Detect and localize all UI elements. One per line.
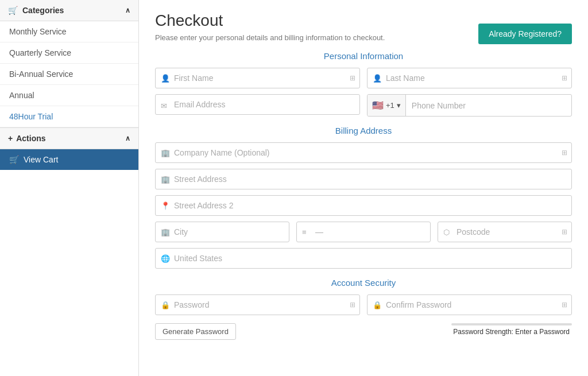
state-select[interactable]: —: [296, 222, 431, 242]
building2-icon: 🏢: [161, 175, 170, 184]
city-input[interactable]: [155, 222, 289, 242]
phone-country-code: +1: [386, 101, 394, 110]
person-icon: 👤: [161, 74, 170, 83]
company-field: 🏢 ⊞: [155, 142, 572, 163]
city-field: 🏢: [155, 222, 289, 242]
account-security-title: Account Security: [155, 278, 572, 288]
phone-dropdown-arrow[interactable]: ▾: [397, 101, 401, 110]
main-content: Checkout Please enter your personal deta…: [139, 0, 588, 376]
personal-info-title: Personal Information: [155, 51, 572, 61]
categories-chevron: ∧: [125, 6, 130, 14]
email-icon: ✉: [161, 101, 167, 110]
postcode-icon: ⬡: [443, 228, 450, 237]
name-row: 👤 ⊞ 👤 ⊞: [155, 68, 572, 88]
phone-prefix[interactable]: 🇺🇸 +1 ▾: [368, 95, 406, 116]
us-flag-icon: 🇺🇸: [372, 100, 384, 111]
postcode-field: ⬡ ⊞: [438, 222, 572, 242]
actions-label: Actions: [16, 134, 45, 143]
street1-input[interactable]: [155, 169, 572, 189]
sidebar: 🛒 Categories ∧ Monthly Service Quarterly…: [0, 0, 139, 376]
phone-field: 🇺🇸 +1 ▾: [367, 94, 572, 117]
phone-field-wrapper: 🇺🇸 +1 ▾: [367, 94, 572, 117]
phone-input[interactable]: [406, 96, 571, 115]
postcode-input[interactable]: [438, 222, 572, 242]
lock-icon: 🔒: [161, 301, 170, 309]
sidebar-nav-quarterly[interactable]: Quarterly Service: [0, 42, 138, 64]
sidebar-nav-monthly[interactable]: Monthly Service: [0, 21, 138, 42]
city-state-postcode-row: 🏢 ≡ — ⬡ ⊞: [155, 222, 572, 242]
company-input[interactable]: [155, 142, 572, 163]
sidebar-nav-annual[interactable]: Annual: [0, 85, 138, 106]
email-field: ✉: [155, 94, 360, 117]
plus-icon: +: [8, 134, 13, 143]
categories-header[interactable]: 🛒 Categories ∧: [0, 0, 138, 21]
already-registered-button[interactable]: Already Registered?: [478, 24, 572, 44]
person-icon-last: 👤: [373, 74, 382, 83]
actions-chevron: ∧: [125, 134, 130, 142]
expand-icon-firstname: ⊞: [350, 74, 355, 82]
cart-icon-btn: 🛒: [9, 155, 19, 164]
billing-address-title: Billing Address: [155, 126, 572, 135]
email-phone-row: ✉ 🇺🇸 +1 ▾: [155, 94, 572, 117]
password-row: 🔒 ⊞ 🔒 ⊞: [155, 294, 572, 315]
expand-icon-lastname: ⊞: [562, 74, 567, 82]
expand-icon-postcode: ⊞: [562, 228, 567, 236]
actions-header[interactable]: + Actions ∧: [0, 127, 138, 149]
password-field: 🔒 ⊞: [155, 294, 360, 315]
confirm-password-input[interactable]: [367, 294, 572, 315]
street1-field: 🏢: [155, 169, 572, 189]
password-input[interactable]: [155, 294, 360, 315]
state-field: ≡ —: [296, 222, 431, 242]
last-name-input[interactable]: [367, 68, 572, 88]
street2-field: 📍: [155, 195, 572, 216]
account-security-section: Account Security 🔒 ⊞ 🔒 ⊞ Generate Passwo…: [155, 278, 572, 340]
sidebar-nav-48hour[interactable]: 48Hour Trial: [0, 106, 138, 127]
confirm-password-field: 🔒 ⊞: [367, 294, 572, 315]
email-input[interactable]: [155, 94, 360, 115]
generate-password-button[interactable]: Generate Password: [155, 323, 236, 340]
globe-icon: 🌐: [161, 254, 170, 263]
categories-label: Categories: [22, 6, 64, 15]
country-field: 🌐: [155, 248, 572, 269]
view-cart-button[interactable]: 🛒 View Cart: [0, 149, 138, 170]
cart-icon: 🛒: [8, 6, 18, 15]
country-input[interactable]: [155, 248, 572, 269]
billing-address-section: Billing Address 🏢 ⊞ 🏢 📍 🏢: [155, 126, 572, 269]
building-icon: 🏢: [161, 149, 170, 157]
first-name-field: 👤 ⊞: [155, 68, 360, 88]
last-name-field: 👤 ⊞: [367, 68, 572, 88]
personal-info-section: Personal Information 👤 ⊞ 👤 ⊞ ✉: [155, 51, 572, 117]
sidebar-nav-biannual[interactable]: Bi-Annual Service: [0, 64, 138, 85]
password-strength-text: Password Strength: Enter a Password: [451, 328, 572, 336]
city-icon: 🏢: [161, 228, 170, 237]
expand-icon-confirm: ⊞: [562, 301, 567, 309]
first-name-input[interactable]: [155, 68, 360, 88]
expand-icon-company: ⊞: [562, 149, 567, 157]
password-strength-bar: [451, 323, 572, 325]
state-icon: ≡: [302, 228, 307, 237]
street2-input[interactable]: [155, 195, 572, 216]
lock-icon-confirm: 🔒: [373, 301, 382, 309]
expand-icon-password: ⊞: [350, 301, 355, 309]
location-icon: 📍: [161, 201, 170, 210]
